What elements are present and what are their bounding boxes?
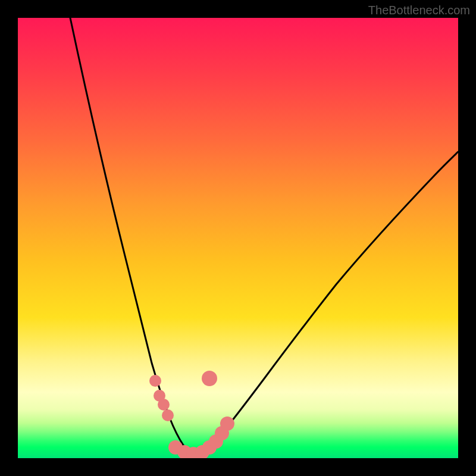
chart-svg (18, 18, 458, 458)
marker-dot (220, 416, 234, 431)
marker-group (149, 371, 234, 458)
marker-dot (202, 371, 217, 386)
chart-frame (18, 18, 458, 458)
left-curve-path (70, 18, 195, 453)
marker-dot (158, 399, 170, 411)
right-curve-path (196, 152, 458, 453)
marker-dot (149, 375, 161, 387)
marker-dot (162, 409, 174, 421)
watermark-text: TheBottleneck.com (368, 4, 470, 17)
